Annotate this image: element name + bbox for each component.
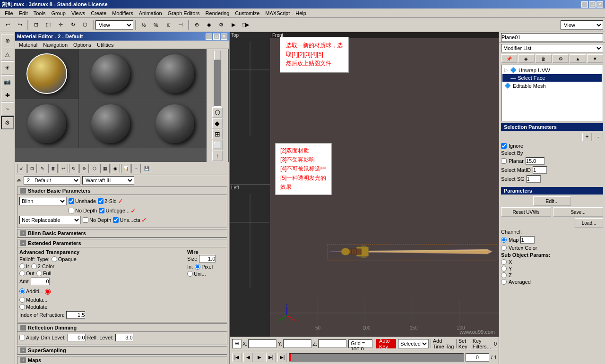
select-matid-input[interactable]	[533, 166, 547, 174]
maps-header[interactable]: + Maps	[17, 356, 227, 364]
menu-edit[interactable]: Edit	[16, 10, 31, 17]
mat-editor-btn[interactable]: ◆	[203, 19, 215, 31]
mat-warcraft-dropdown[interactable]: Warcraft III	[82, 176, 134, 185]
menu-modifiers[interactable]: Modifiers	[109, 10, 136, 17]
shader-type-dropdown[interactable]: Blinn	[19, 197, 67, 205]
menu-animation[interactable]: Animation	[136, 10, 165, 17]
shader-collapse-btn[interactable]: -	[20, 188, 26, 194]
render-btn[interactable]: ▶	[228, 19, 239, 31]
go-end-btn[interactable]: ▶|	[277, 353, 287, 362]
ir-radio[interactable]	[19, 263, 25, 269]
menu-views[interactable]: Views	[69, 10, 88, 17]
unfogge-checkbox[interactable]	[99, 208, 104, 213]
mat-minimize-btn[interactable]: _	[206, 34, 212, 40]
modulate-radio[interactable]	[19, 304, 25, 310]
menu-group[interactable]: Group	[48, 10, 69, 17]
mat-get-btn[interactable]: ⬡	[212, 107, 223, 118]
render-setup-btn[interactable]: ⚙	[216, 19, 227, 31]
mat-tool-12[interactable]: →	[131, 164, 141, 173]
selected-dropdown[interactable]: Selected	[398, 339, 429, 348]
lights-btn[interactable]: ☀	[1, 61, 14, 75]
reflection-dimming-header[interactable]: - Reflection Dimming	[17, 324, 227, 332]
modifier-list-dropdown[interactable]: Modifier List	[501, 44, 603, 52]
sel-minus-btn[interactable]: -	[594, 133, 603, 141]
mat-params-scroll[interactable]: - Shader Basic Parameters Blinn Unshade	[15, 186, 229, 364]
view-mode-dropdown[interactable]: View	[561, 20, 603, 30]
systems-btn[interactable]: ⚙	[1, 116, 14, 129]
timeline-track[interactable]	[289, 353, 464, 362]
refl-level-input[interactable]	[115, 334, 133, 341]
blinn-basic-header[interactable]: + Blinn Basic Parameters	[17, 229, 227, 237]
redo-btn[interactable]: ↪	[14, 19, 26, 31]
scale-btn[interactable]: ⬡	[79, 19, 91, 31]
mat-put-btn[interactable]: ◆	[212, 118, 223, 128]
mat-menu-navigation[interactable]: Navigation	[40, 42, 70, 48]
percent-50-btn[interactable]: ½	[138, 19, 149, 31]
create-geometry-btn[interactable]: ⊕	[1, 34, 14, 47]
menu-maxscript[interactable]: MAXScript	[262, 10, 293, 17]
shader-basic-header[interactable]: - Shader Basic Parameters	[17, 187, 227, 195]
minimize-btn[interactable]: _	[581, 1, 588, 8]
maximize-btn[interactable]: □	[589, 1, 596, 8]
supersampling-header[interactable]: + SuperSampling	[17, 347, 227, 355]
mat-tool-9[interactable]: ▦	[100, 164, 110, 173]
opaque-radio[interactable]	[52, 256, 57, 262]
wire-uni-radio[interactable]	[187, 271, 193, 277]
rotate-btn[interactable]: ↻	[67, 19, 78, 31]
align-btn[interactable]: ⊣	[175, 19, 186, 31]
two-color-radio[interactable]	[31, 263, 37, 269]
render-window-btn[interactable]: □▶	[240, 19, 251, 31]
mat-menu-utilities[interactable]: Utilities	[94, 42, 116, 48]
wire-size-input[interactable]	[199, 255, 216, 262]
extended-collapse-btn[interactable]: -	[20, 240, 26, 246]
menu-customize[interactable]: Customize	[232, 10, 262, 17]
select-region-btn[interactable]: ⬚	[43, 19, 54, 31]
remove-modifier-btn[interactable]: 🗑	[536, 54, 552, 63]
mod-item-unwrap[interactable]: ▷ 🔷 Unwrap UVW	[502, 66, 602, 74]
auto-key-btn[interactable]: Auto Key	[376, 339, 396, 348]
mat-maximize-btn[interactable]: □	[213, 34, 220, 40]
mod-up-btn[interactable]: ▲	[570, 54, 586, 63]
y-coord-input[interactable]	[283, 339, 311, 348]
helpers-btn[interactable]: ✚	[1, 89, 14, 102]
modula-radio[interactable]	[19, 297, 25, 303]
play-btn[interactable]: ▶	[255, 353, 264, 362]
sphere-6[interactable]	[143, 99, 207, 149]
full-radio[interactable]	[36, 271, 42, 276]
x-axis-radio[interactable]	[501, 259, 507, 265]
menu-rendering[interactable]: Rendering	[203, 10, 233, 17]
no-depth-1-checkbox[interactable]	[69, 208, 74, 213]
go-start-btn[interactable]: |◀	[232, 353, 242, 362]
planar-checkbox[interactable]	[501, 158, 507, 164]
mat-tool-10[interactable]: ◉	[111, 164, 120, 173]
ref-dim-collapse-btn[interactable]: -	[20, 325, 26, 330]
menu-tools[interactable]: Tools	[31, 10, 49, 17]
mat-tool-4[interactable]: 🗑	[48, 164, 58, 173]
maps-collapse-btn[interactable]: +	[20, 357, 26, 363]
object-name-input[interactable]	[501, 33, 603, 42]
map-val-input[interactable]	[520, 236, 535, 244]
menu-file[interactable]: File	[2, 10, 16, 17]
select-obj-btn[interactable]: ⊡	[30, 19, 42, 31]
cameras-btn[interactable]: 📷	[1, 75, 14, 88]
mod-item-editable-mesh[interactable]: 🔷 Editable Mesh	[502, 82, 602, 90]
extended-params-header[interactable]: - Extended Parameters	[17, 239, 227, 247]
undo-btn[interactable]: ↩	[2, 19, 13, 31]
unshaded-checkbox[interactable]	[69, 198, 74, 204]
sel-plus-btn[interactable]: +	[582, 133, 592, 141]
averaged-radio[interactable]	[501, 279, 507, 285]
close-btn[interactable]: ×	[596, 1, 603, 8]
ior-input[interactable]	[66, 311, 85, 319]
sphere-2[interactable]	[79, 49, 142, 99]
wire-pixel-radio[interactable]	[195, 264, 200, 270]
mat-tool-6[interactable]: ↻	[69, 164, 78, 173]
config-modifier-btn[interactable]: ⚙	[553, 54, 569, 63]
ignore-checkbox[interactable]	[501, 143, 507, 149]
mirror-btn[interactable]: ⧖	[163, 19, 174, 31]
shapes-btn[interactable]: △	[1, 48, 14, 61]
mat-go-parent-btn[interactable]: ↑	[212, 151, 223, 161]
mat-close-btn[interactable]: ×	[221, 34, 227, 40]
load-uvws-btn[interactable]: Load...	[575, 218, 603, 228]
out-radio[interactable]	[19, 271, 25, 276]
select-sg-input[interactable]	[527, 175, 541, 183]
